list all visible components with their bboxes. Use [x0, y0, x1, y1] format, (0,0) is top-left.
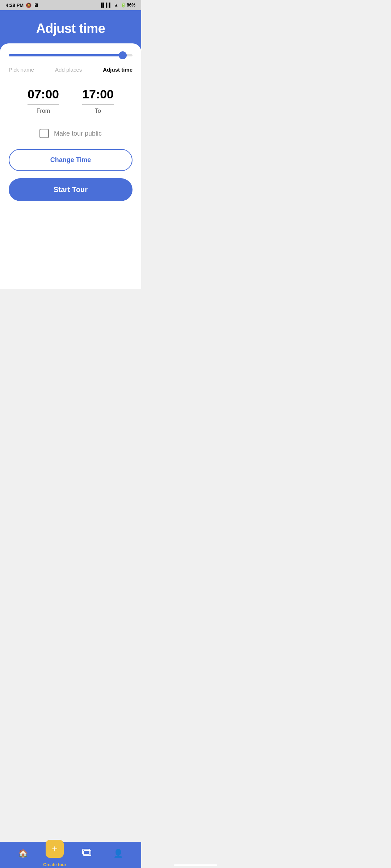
progress-track — [9, 54, 133, 56]
start-tour-button[interactable]: Start Tour — [9, 178, 133, 201]
step-add-places[interactable]: Add places — [55, 67, 82, 73]
progress-fill — [9, 54, 123, 56]
battery-percent: 86% — [127, 3, 135, 8]
main-content: Pick name Add places Adjust time 07:00 F… — [0, 43, 141, 289]
progress-bar-container[interactable] — [9, 54, 133, 56]
time-from-value: 07:00 — [28, 87, 59, 101]
progress-thumb — [119, 51, 127, 59]
change-time-button[interactable]: Change Time — [9, 149, 133, 171]
step-pick-name[interactable]: Pick name — [9, 67, 34, 73]
time-to-label: To — [82, 108, 114, 114]
time-to-block: 17:00 To — [82, 87, 114, 114]
screen-icon: 🖥 — [34, 3, 38, 8]
make-public-label: Make tour public — [54, 130, 102, 137]
time-from-underline — [28, 104, 59, 105]
status-indicators: ▐▌▌▌ ▲ 🔋86% — [100, 3, 135, 8]
time-section: 07:00 From 17:00 To — [9, 87, 133, 114]
muted-icon: 🔕 — [26, 3, 31, 8]
time-from-label: From — [28, 108, 59, 114]
wifi-icon: ▲ — [114, 3, 118, 8]
status-time: 4:28 PM 🔕 🖥 — [6, 3, 38, 8]
page-title: Adjust time — [7, 21, 134, 36]
make-public-checkbox[interactable] — [39, 129, 49, 138]
time-from-block: 07:00 From — [28, 87, 59, 114]
step-adjust-time[interactable]: Adjust time — [103, 67, 133, 73]
make-public-row: Make tour public — [9, 129, 133, 138]
battery-icon: 🔋86% — [121, 3, 135, 8]
status-bar: 4:28 PM 🔕 🖥 ▐▌▌▌ ▲ 🔋86% — [0, 0, 141, 10]
time-to-value: 17:00 — [82, 87, 114, 101]
signal-icon: ▐▌▌▌ — [100, 3, 112, 8]
step-labels: Pick name Add places Adjust time — [9, 67, 133, 73]
time-to-underline — [82, 104, 114, 105]
time-display: 4:28 PM — [6, 3, 24, 8]
